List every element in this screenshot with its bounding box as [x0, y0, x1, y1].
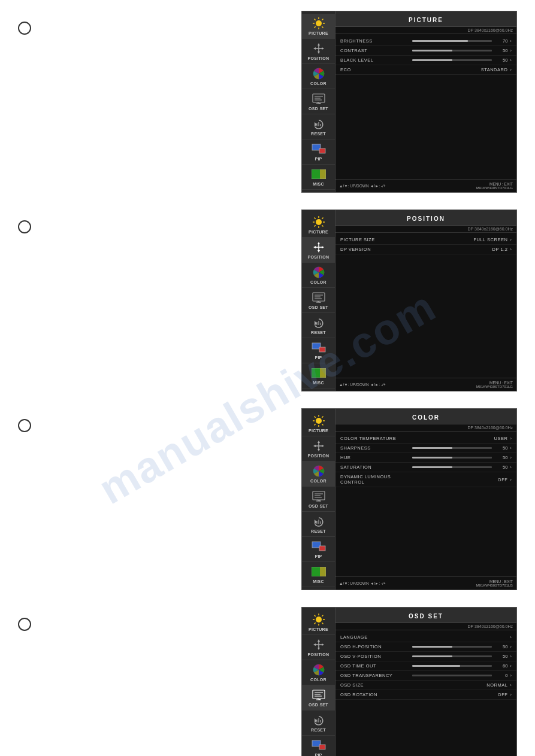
- svg-line-6: [322, 26, 323, 28]
- circle-indicator-1: [18, 220, 31, 233]
- svg-marker-45: [313, 246, 316, 248]
- menu-items-picture: BRIGHTNESS70›CONTRAST50›BLACK LEVEL50›EC…: [335, 34, 516, 179]
- menu-row-2[interactable]: HUE50›: [335, 453, 516, 463]
- menu-row-1[interactable]: CONTRAST50›: [335, 46, 516, 56]
- sidebar-item-position[interactable]: POSITION: [302, 436, 335, 462]
- circle-indicator-2: [18, 419, 31, 432]
- sidebar-item-osdset[interactable]: OSD SET: [302, 288, 335, 313]
- title-bar-position: POSITION: [335, 210, 516, 226]
- sidebar-label-osdset: OSD SET: [309, 703, 328, 707]
- bar-value-4: 0: [495, 673, 507, 678]
- menu-row-4[interactable]: OSD TRANSPARENCY0›: [335, 671, 516, 681]
- menu-row-arrow-2: ›: [510, 57, 512, 63]
- svg-point-34: [316, 219, 322, 225]
- sidebar-item-picture[interactable]: PICTURE: [302, 212, 335, 238]
- sidebar-item-color[interactable]: COLOR: [302, 64, 335, 89]
- bar-fill-1: [412, 50, 452, 51]
- sidebar-item-pip[interactable]: PIP: [302, 338, 335, 363]
- position-icon: [310, 439, 327, 453]
- sidebar-item-osdset[interactable]: OSD SET: [302, 487, 335, 512]
- svg-marker-12: [322, 47, 324, 50]
- menu-row-label-2: HUE: [340, 455, 412, 460]
- menu-row-3[interactable]: SATURATION50›: [335, 463, 516, 472]
- sidebar-item-reset[interactable]: RESET: [302, 114, 335, 139]
- position-icon: [310, 638, 327, 651]
- sidebar-item-color[interactable]: COLOR: [302, 660, 335, 685]
- bar-container-0: 70›: [412, 38, 512, 44]
- menu-row-label-4: OSD TRANSPARENCY: [340, 673, 412, 678]
- bottom-nav-color: ▲/▼: UP/DOWN ◄/►: -/+: [339, 581, 386, 585]
- sidebar-item-misc[interactable]: MISC: [302, 363, 335, 388]
- bar-fill-3: [412, 466, 452, 468]
- pip-icon: [310, 739, 327, 752]
- menu-row-2[interactable]: BLACK LEVEL50›: [335, 56, 516, 65]
- menu-row-0[interactable]: PICTURE SIZEFULL SCREEN›: [335, 235, 516, 245]
- sidebar-item-position[interactable]: POSITION: [302, 635, 335, 660]
- monitor-ui-color: PICTURE POSITION COLOR: [301, 408, 517, 590]
- svg-marker-44: [318, 250, 320, 253]
- svg-marker-78: [318, 449, 320, 451]
- menu-row-3[interactable]: ECOSTANDARD›: [335, 65, 516, 75]
- menu-row-1[interactable]: OSD H-POSITION50›: [335, 642, 516, 652]
- sidebar-item-reset[interactable]: RESET: [302, 711, 335, 736]
- menu-row-0[interactable]: LANGUAGE›: [335, 633, 516, 642]
- sidebar-item-position[interactable]: POSITION: [302, 39, 335, 64]
- menu-row-3[interactable]: OSD TIME OUT60›: [335, 661, 516, 671]
- bottom-menu-exit-color: MENU : EXIT: [476, 579, 513, 584]
- menu-row-5[interactable]: OSD SIZENORMAL›: [335, 681, 516, 690]
- signal-info-color: DP 3840x2160@60.0Hz: [335, 424, 516, 432]
- svg-line-108: [322, 623, 323, 624]
- bottom-right-color: MENU : EXITM91KW430STD701LG: [476, 579, 513, 587]
- bottom-right-picture: MENU : EXITM91KW430STD701LG: [476, 182, 513, 190]
- menu-row-label-2: OSD V-POSITION: [340, 654, 412, 659]
- circle-indicator-0: [18, 22, 31, 35]
- bar-fill-2: [412, 457, 452, 459]
- bottom-bar-position: ▲/▼: UP/DOWN ◄/►: -/+MENU : EXITM91KW430…: [335, 378, 516, 391]
- menu-row-1[interactable]: DP VERSIONDP 1.2›: [335, 245, 516, 254]
- menu-row-0[interactable]: COLOR TEMPERATUREUSER›: [335, 434, 516, 444]
- sidebar-label-reset: RESET: [311, 132, 326, 136]
- bar-fill-2: [412, 59, 452, 61]
- menu-row-1[interactable]: SHARPNESS50›: [335, 444, 516, 453]
- sidebar-item-pip[interactable]: PIP: [302, 736, 335, 756]
- menu-row-arrow-1: ›: [510, 48, 512, 53]
- sidebar-item-pip[interactable]: PIP: [302, 139, 335, 165]
- menu-row-label-1: DP VERSION: [340, 247, 412, 252]
- sidebar-item-picture[interactable]: PICTURE: [302, 610, 335, 635]
- bottom-model-color: M91KW430STD701LG: [476, 584, 513, 587]
- menu-row-arrow-3: ›: [510, 464, 512, 470]
- menu-items-osdset: LANGUAGE›OSD H-POSITION50›OSD V-POSITION…: [335, 630, 516, 756]
- menu-row-textval-0: FULL SCREEN: [473, 237, 507, 242]
- menu-row-label-0: BRIGHTNESS: [340, 38, 412, 44]
- osdset-icon: [310, 291, 327, 304]
- sidebar-item-picture[interactable]: PICTURE: [302, 14, 335, 39]
- signal-info-osdset: DP 3840x2160@60.0Hz: [335, 623, 516, 630]
- menu-row-0[interactable]: BRIGHTNESS70›: [335, 37, 516, 46]
- sidebar-item-color[interactable]: COLOR: [302, 462, 335, 487]
- svg-rect-63: [320, 368, 326, 378]
- menu-row-2[interactable]: OSD V-POSITION50›: [335, 652, 516, 661]
- sidebar-item-misc[interactable]: MISC: [302, 165, 335, 190]
- sidebar-item-pip[interactable]: PIP: [302, 537, 335, 562]
- title-bar-osdset: OSD SET: [335, 608, 516, 623]
- sidebar-item-reset[interactable]: RESET: [302, 313, 335, 338]
- svg-marker-79: [313, 445, 316, 447]
- sidebar-item-position[interactable]: POSITION: [302, 238, 335, 263]
- bottom-bar-color: ▲/▼: UP/DOWN ◄/►: -/+MENU : EXITM91KW430…: [335, 576, 516, 590]
- menu-row-4[interactable]: DYNAMIC LUMINOUS CONTROLOFF›: [335, 472, 516, 487]
- sidebar-item-osdset[interactable]: OSD SET: [302, 89, 335, 114]
- menu-row-6[interactable]: OSD ROTATIONOFF›: [335, 690, 516, 700]
- bar-container-4: 0›: [412, 673, 512, 678]
- bar-container-3: 60›: [412, 663, 512, 669]
- menu-row-textval-4: OFF: [498, 477, 508, 482]
- menu-row-arrow-text-4: ›: [510, 477, 512, 482]
- misc-icon: [310, 366, 327, 379]
- sidebar-item-picture[interactable]: PICTURE: [302, 411, 335, 436]
- bar-bg-2: [412, 59, 492, 61]
- sidebar-item-osdset[interactable]: OSD SET: [302, 685, 335, 711]
- svg-line-76: [314, 424, 315, 425]
- misc-icon: [310, 168, 327, 181]
- sidebar-item-reset[interactable]: RESET: [302, 512, 335, 537]
- sidebar-item-color[interactable]: COLOR: [302, 263, 335, 288]
- sidebar-item-misc[interactable]: MISC: [302, 562, 335, 587]
